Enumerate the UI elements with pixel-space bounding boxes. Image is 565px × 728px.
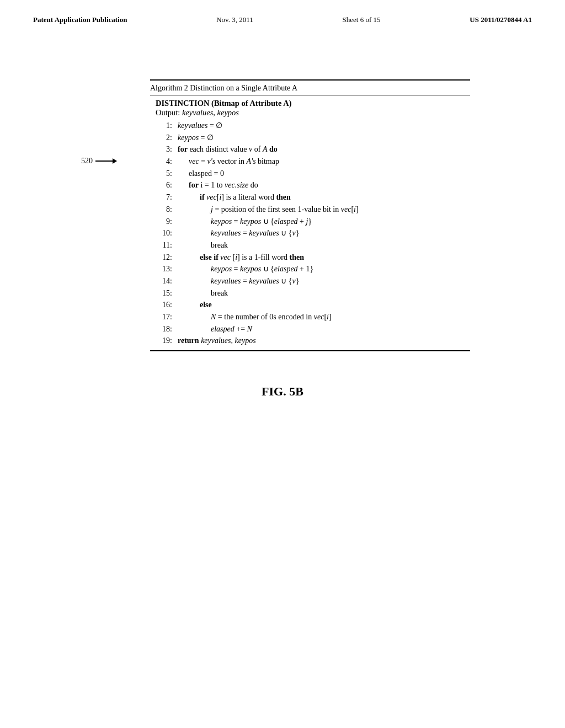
- figure-label: FIG. 5B: [262, 384, 303, 399]
- page-header: Patent Application Publication Nov. 3, 2…: [0, 0, 565, 24]
- line-5: 5: elasped = 0: [156, 168, 470, 180]
- algorithm-lines: 1: keyvalues = ∅ 2: keypos = ∅ 3: for ea…: [150, 120, 470, 347]
- line-content-10: keyvalues = keyvalues ∪ {v}: [178, 227, 470, 239]
- algorithm-box: Algorithm 2 Distinction on a Single Attr…: [150, 79, 470, 351]
- output-label: Output:: [156, 108, 182, 117]
- line-content-7: if vec[i] is a literal word then: [178, 191, 470, 204]
- line-content-15: break: [178, 287, 470, 299]
- line-9: 9: keypos = keypos ∪ {elasped + j}: [156, 216, 470, 228]
- line-14: 14: keyvalues = keyvalues ∪ {v}: [156, 275, 470, 287]
- output-vars: keyvalues, keypos: [182, 108, 239, 117]
- line-content-5: elasped = 0: [178, 168, 470, 180]
- algorithm-container: 520 Algorithm 2 Distinction on a Single …: [128, 79, 470, 351]
- line-num-19: 19:: [156, 335, 172, 347]
- line-num-13: 13:: [156, 263, 172, 275]
- line-13: 13: keypos = keypos ∪ {elasped + 1}: [156, 263, 470, 275]
- line-11: 11: break: [156, 239, 470, 251]
- main-content: 520 Algorithm 2 Distinction on a Single …: [0, 24, 565, 399]
- line-num-18: 18:: [156, 323, 172, 335]
- line-content-4: vec = v's vector in A's bitmap: [178, 156, 470, 168]
- line-15: 15: break: [156, 287, 470, 299]
- line-num-17: 17:: [156, 311, 172, 323]
- line-content-2: keypos = ∅: [178, 132, 470, 144]
- patent-number: US 2011/0270844 A1: [470, 15, 532, 24]
- line-18: 18: elasped += N: [156, 323, 470, 335]
- line-19: 19: return keyvalues, keypos: [156, 335, 470, 347]
- algorithm-output: Output: keyvalues, keypos: [150, 108, 470, 117]
- publication-date: Nov. 3, 2011: [216, 15, 253, 24]
- line-content-13: keypos = keypos ∪ {elasped + 1}: [178, 263, 470, 275]
- line-2: 2: keypos = ∅: [156, 132, 470, 144]
- arrow-graphic: [95, 160, 116, 162]
- line-num-4: 4:: [156, 156, 172, 168]
- line-num-12: 12:: [156, 251, 172, 264]
- line-num-7: 7:: [156, 191, 172, 204]
- line-content-14: keyvalues = keyvalues ∪ {v}: [178, 275, 470, 287]
- line-content-6: for i = 1 to vec.size do: [178, 179, 470, 191]
- line-num-15: 15:: [156, 287, 172, 299]
- line-num-1: 1:: [156, 120, 172, 132]
- arrow-indicator: 520: [81, 157, 116, 165]
- line-content-1: keyvalues = ∅: [178, 120, 470, 132]
- line-16: 16: else: [156, 299, 470, 311]
- line-num-10: 10:: [156, 227, 172, 239]
- line-1: 1: keyvalues = ∅: [156, 120, 470, 132]
- line-content-3: for each distinct value v of A do: [178, 143, 470, 156]
- line-4: 4: vec = v's vector in A's bitmap: [156, 156, 470, 168]
- line-8: 8: j = position of the first seen 1-valu…: [156, 204, 470, 216]
- line-num-16: 16:: [156, 299, 172, 311]
- line-content-18: elasped += N: [178, 323, 470, 335]
- line-3: 3: for each distinct value v of A do: [156, 143, 470, 156]
- sheet-info: Sheet 6 of 15: [343, 15, 381, 24]
- line-num-11: 11:: [156, 239, 172, 251]
- line-content-8: j = position of the first seen 1-value b…: [178, 204, 470, 216]
- algorithm-function-header: DISTINCTION (Bitmap of Attribute A): [150, 99, 470, 108]
- algorithm-title: Algorithm 2 Distinction on a Single Attr…: [150, 84, 470, 95]
- line-content-11: break: [178, 239, 470, 251]
- line-content-16: else: [178, 299, 470, 311]
- line-num-3: 3:: [156, 143, 172, 156]
- line-12: 12: else if vec [i] is a 1-fill word the…: [156, 251, 470, 264]
- line-num-14: 14:: [156, 275, 172, 287]
- line-num-9: 9:: [156, 216, 172, 228]
- line-content-9: keypos = keypos ∪ {elasped + j}: [178, 216, 470, 228]
- arrow-number: 520: [81, 157, 93, 165]
- line-content-17: N = the number of 0s encoded in vec[i]: [178, 311, 470, 323]
- line-num-2: 2:: [156, 132, 172, 144]
- publication-label: Patent Application Publication: [33, 15, 127, 24]
- line-7: 7: if vec[i] is a literal word then: [156, 191, 470, 204]
- line-17: 17: N = the number of 0s encoded in vec[…: [156, 311, 470, 323]
- line-content-12: else if vec [i] is a 1-fill word then: [178, 251, 470, 264]
- line-content-19: return keyvalues, keypos: [178, 335, 470, 347]
- line-10: 10: keyvalues = keyvalues ∪ {v}: [156, 227, 470, 239]
- line-num-6: 6:: [156, 179, 172, 191]
- line-num-5: 5:: [156, 168, 172, 180]
- line-num-8: 8:: [156, 204, 172, 216]
- line-6: 6: for i = 1 to vec.size do: [156, 179, 470, 191]
